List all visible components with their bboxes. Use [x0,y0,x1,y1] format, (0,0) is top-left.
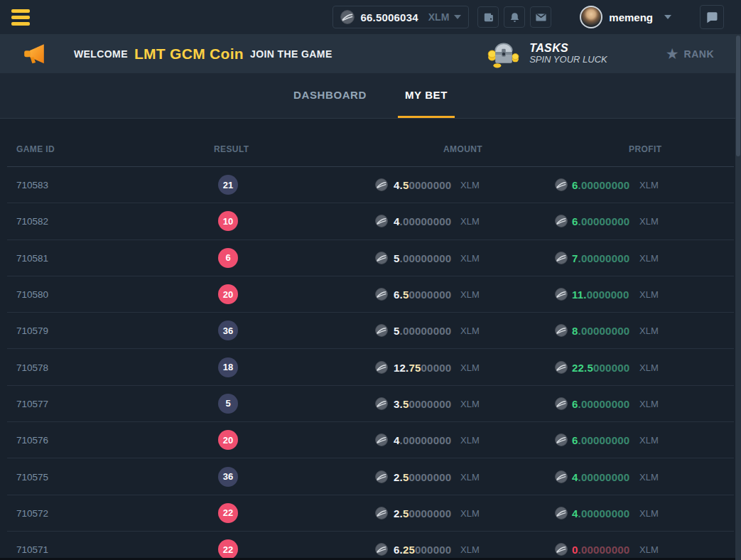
profit-value: 4.00000000 [572,470,629,483]
amount-value: 5.00000000 [394,252,451,264]
profit-sig: 7 [572,252,578,264]
table-row[interactable]: 710581 6 5.00000000 XLM 7.00000000 XLM [7,240,734,276]
profit-currency: XLM [639,507,659,518]
amount-int: 4 [394,434,400,446]
profit-dim: .00000000 [578,252,630,264]
profit-sig: 4 [572,470,578,483]
tasks-subtitle: SPIN YOUR LUCK [529,55,607,65]
table-row[interactable]: 710571 22 6.25000000 XLM 0.00000000 XLM [7,532,734,560]
amount-currency: XLM [460,435,480,446]
game-id: 710571 [16,544,48,555]
stellar-coin-icon [340,10,355,24]
stellar-coin-icon [555,288,568,301]
amount-dim: 0000000 [409,470,451,483]
table-row[interactable]: 710577 5 3.50000000 XLM 6.00000000 XLM [7,386,734,422]
stellar-coin-icon [555,252,568,264]
table-row[interactable]: 710578 18 12.7500000 XLM 22.5000000 XLM [7,349,734,385]
balance-amount: 66.5006034 [361,11,418,23]
amount-currency: XLM [460,362,480,372]
stellar-coin-icon [555,470,568,483]
notifications-button[interactable] [504,6,525,28]
result-badge: 22 [218,539,238,559]
stellar-coin-icon [375,288,388,301]
profit-value: 11.0000000 [572,289,629,301]
amount-value: 2.50000000 [394,470,451,483]
profit-sig: 0 [572,544,578,556]
scrollbar[interactable] [735,34,741,560]
profit-value: 22.5000000 [572,361,629,373]
megaphone-icon [21,42,47,66]
rank-button[interactable]: ★ RANK [666,46,714,61]
result-badge: 18 [218,357,238,377]
table-row[interactable]: 710575 36 2.50000000 XLM 4.00000000 XLM [7,458,734,495]
bell-icon [509,11,521,23]
tab-my-bet[interactable]: MY BET [398,73,455,118]
user-menu[interactable]: memeng [580,6,671,28]
profit-sig: 4 [572,507,578,519]
column-profit: PROFIT [629,144,661,154]
tasks-title: TASKS [529,42,607,55]
amount-currency: XLM [460,544,480,555]
profit-currency: XLM [639,435,659,446]
amount-value: 12.7500000 [394,361,451,373]
table-row[interactable]: 710579 36 5.00000000 XLM 8.00000000 XLM [7,313,734,349]
banner-text: WELCOME LMT GCM Coin JOIN THE GAME [74,45,332,63]
profit-dim: 000000 [593,361,629,373]
profit-currency: XLM [639,471,659,482]
stellar-coin-icon [555,178,568,191]
amount-dim: 00000 [421,361,452,373]
stellar-coin-icon [375,215,388,227]
amount-int: 6. [394,289,403,301]
profit-dim: .00000000 [578,470,630,483]
table-row[interactable]: 710580 20 6.50000000 XLM 11.0000000 XLM [7,276,734,313]
stellar-coin-icon [555,361,568,374]
amount-dim: 0000000 [409,507,451,519]
scrollbar-thumb[interactable] [736,36,740,156]
amount-int: 5 [394,252,400,264]
amount-frac: 25 [403,544,415,556]
chat-button[interactable] [700,5,724,29]
balance-selector[interactable]: 66.5006034 XLM [332,6,470,28]
amount-frac: 75 [409,361,421,373]
profit-sig: 6 [572,179,578,191]
game-id: 710577 [16,398,48,409]
amount-dim: 0000000 [409,397,451,409]
profit-dim: .00000000 [578,397,630,409]
amount-value: 2.50000000 [394,507,451,519]
profit-currency: XLM [639,216,659,227]
amount-value: 6.25000000 [394,544,451,556]
tab-bar: DASHBOARD MY BET [0,73,741,119]
profit-value: 6.00000000 [572,215,629,227]
stellar-coin-icon [375,507,388,519]
game-id: 710581 [16,252,48,263]
table-row[interactable]: 710582 10 4.00000000 XLM 6.00000000 XLM [7,203,734,239]
messages-button[interactable] [530,6,551,28]
top-bar: 66.5006034 XLM memeng [0,0,741,34]
tab-dashboard[interactable]: DASHBOARD [286,73,374,118]
amount-int: 12. [394,361,409,373]
amount-currency: XLM [460,507,480,518]
menu-button[interactable] [11,9,30,26]
username: memeng [609,11,653,23]
wallet-button[interactable] [477,6,499,28]
column-game-id: GAME ID [16,144,55,154]
profit-dim: .00000000 [578,507,630,519]
profit-sig: 6 [572,434,578,446]
result-badge: 21 [218,175,238,195]
profit-sig: 6 [572,215,578,227]
welcome-text: WELCOME [74,48,128,60]
profit-value: 8.00000000 [572,325,629,337]
wallet-icon [482,11,494,23]
tasks-button[interactable]: TASKS SPIN YOUR LUCK [487,40,607,68]
profit-sig: 8 [572,325,578,337]
table-row[interactable]: 710583 21 4.50000000 XLM 6.00000000 XLM [7,167,734,203]
profit-dim: .00000000 [578,215,630,227]
amount-int: 2. [394,470,403,483]
table-row[interactable]: 710572 22 2.50000000 XLM 4.00000000 XLM [7,495,734,532]
profit-value: 4.00000000 [572,507,629,519]
game-id: 710580 [16,289,48,300]
table-row[interactable]: 710576 20 4.00000000 XLM 6.00000000 XLM [7,422,734,458]
amount-value: 3.50000000 [394,397,451,409]
amount-currency: XLM [460,325,480,336]
mail-icon [535,11,547,23]
